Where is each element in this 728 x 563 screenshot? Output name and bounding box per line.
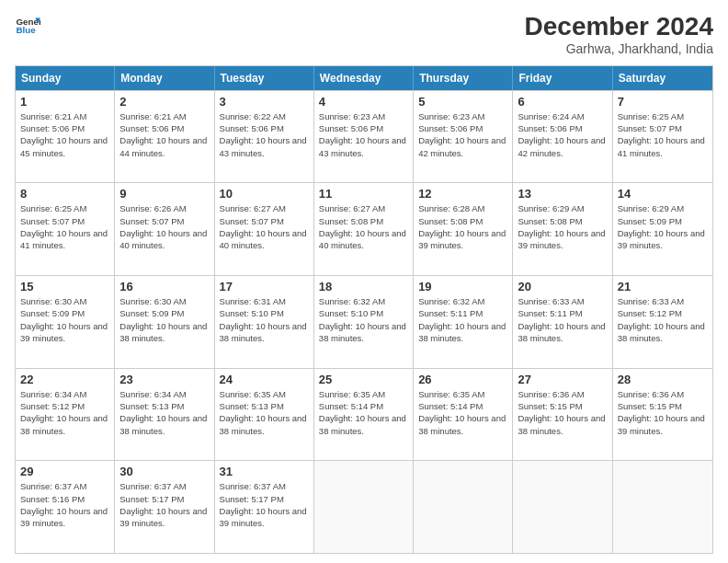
day-info: Sunrise: 6:37 AM Sunset: 5:17 PM Dayligh… xyxy=(220,480,309,529)
day-number: 1 xyxy=(20,95,109,109)
calendar-cell: 17Sunrise: 6:31 AM Sunset: 5:10 PM Dayli… xyxy=(215,276,314,368)
day-number: 3 xyxy=(220,95,309,109)
day-info: Sunrise: 6:23 AM Sunset: 5:06 PM Dayligh… xyxy=(319,110,408,159)
calendar-cell: 19Sunrise: 6:32 AM Sunset: 5:11 PM Dayli… xyxy=(414,276,513,368)
calendar: Sunday Monday Tuesday Wednesday Thursday… xyxy=(15,65,713,554)
day-number: 12 xyxy=(418,187,507,201)
calendar-week: 8Sunrise: 6:25 AM Sunset: 5:07 PM Daylig… xyxy=(16,182,712,275)
calendar-cell xyxy=(513,461,612,553)
main-title: December 2024 xyxy=(525,13,713,41)
calendar-cell: 18Sunrise: 6:32 AM Sunset: 5:10 PM Dayli… xyxy=(314,276,414,368)
day-info: Sunrise: 6:33 AM Sunset: 5:11 PM Dayligh… xyxy=(518,295,607,344)
day-info: Sunrise: 6:34 AM Sunset: 5:12 PM Dayligh… xyxy=(20,388,109,437)
day-info: Sunrise: 6:27 AM Sunset: 5:08 PM Dayligh… xyxy=(319,202,408,251)
day-number: 28 xyxy=(618,373,708,386)
header-tuesday: Tuesday xyxy=(215,66,314,90)
day-number: 26 xyxy=(418,373,507,386)
day-info: Sunrise: 6:34 AM Sunset: 5:13 PM Dayligh… xyxy=(119,388,209,437)
day-number: 8 xyxy=(20,187,109,201)
calendar-cell: 14Sunrise: 6:29 AM Sunset: 5:09 PM Dayli… xyxy=(613,183,712,275)
day-info: Sunrise: 6:35 AM Sunset: 5:14 PM Dayligh… xyxy=(319,388,408,437)
day-number: 18 xyxy=(319,280,408,293)
calendar-cell xyxy=(613,461,712,553)
calendar-cell: 11Sunrise: 6:27 AM Sunset: 5:08 PM Dayli… xyxy=(314,183,414,275)
calendar-cell: 2Sunrise: 6:21 AM Sunset: 5:06 PM Daylig… xyxy=(115,91,214,183)
day-number: 11 xyxy=(319,187,408,201)
calendar-cell: 31Sunrise: 6:37 AM Sunset: 5:17 PM Dayli… xyxy=(215,461,314,553)
calendar-cell: 28Sunrise: 6:36 AM Sunset: 5:15 PM Dayli… xyxy=(613,369,712,461)
day-number: 15 xyxy=(20,280,109,293)
calendar-cell: 24Sunrise: 6:35 AM Sunset: 5:13 PM Dayli… xyxy=(215,369,314,461)
day-info: Sunrise: 6:31 AM Sunset: 5:10 PM Dayligh… xyxy=(220,295,309,344)
day-info: Sunrise: 6:24 AM Sunset: 5:06 PM Dayligh… xyxy=(518,110,607,159)
calendar-cell: 3Sunrise: 6:22 AM Sunset: 5:06 PM Daylig… xyxy=(215,91,314,183)
day-number: 24 xyxy=(220,373,309,386)
day-number: 20 xyxy=(518,280,607,293)
logo-icon: General Blue xyxy=(15,13,40,39)
calendar-cell: 30Sunrise: 6:37 AM Sunset: 5:17 PM Dayli… xyxy=(115,461,214,553)
day-info: Sunrise: 6:32 AM Sunset: 5:10 PM Dayligh… xyxy=(319,295,408,344)
day-number: 5 xyxy=(418,95,507,109)
calendar-cell: 4Sunrise: 6:23 AM Sunset: 5:06 PM Daylig… xyxy=(314,91,414,183)
day-info: Sunrise: 6:21 AM Sunset: 5:06 PM Dayligh… xyxy=(20,110,109,159)
logo: General Blue xyxy=(15,13,40,39)
day-number: 4 xyxy=(319,95,408,109)
day-number: 7 xyxy=(618,95,708,109)
day-info: Sunrise: 6:30 AM Sunset: 5:09 PM Dayligh… xyxy=(20,295,109,344)
header-wednesday: Wednesday xyxy=(314,66,414,90)
day-number: 2 xyxy=(119,95,209,109)
calendar-cell: 23Sunrise: 6:34 AM Sunset: 5:13 PM Dayli… xyxy=(115,369,214,461)
calendar-cell: 8Sunrise: 6:25 AM Sunset: 5:07 PM Daylig… xyxy=(16,183,115,275)
day-info: Sunrise: 6:33 AM Sunset: 5:12 PM Dayligh… xyxy=(618,295,708,344)
calendar-cell: 25Sunrise: 6:35 AM Sunset: 5:14 PM Dayli… xyxy=(314,369,414,461)
day-number: 21 xyxy=(618,280,708,293)
day-number: 31 xyxy=(220,465,309,478)
day-info: Sunrise: 6:28 AM Sunset: 5:08 PM Dayligh… xyxy=(418,202,507,251)
day-number: 9 xyxy=(119,187,209,201)
day-info: Sunrise: 6:36 AM Sunset: 5:15 PM Dayligh… xyxy=(518,388,607,437)
header-friday: Friday xyxy=(513,66,612,90)
calendar-cell: 10Sunrise: 6:27 AM Sunset: 5:07 PM Dayli… xyxy=(215,183,314,275)
day-info: Sunrise: 6:36 AM Sunset: 5:15 PM Dayligh… xyxy=(618,388,708,437)
day-number: 19 xyxy=(418,280,507,293)
day-number: 13 xyxy=(518,187,607,201)
day-info: Sunrise: 6:29 AM Sunset: 5:09 PM Dayligh… xyxy=(618,202,708,251)
day-number: 29 xyxy=(20,465,109,478)
calendar-cell: 16Sunrise: 6:30 AM Sunset: 5:09 PM Dayli… xyxy=(115,276,214,368)
header: General Blue December 2024 Garhwa, Jhark… xyxy=(15,13,713,56)
header-thursday: Thursday xyxy=(414,66,513,90)
calendar-cell: 21Sunrise: 6:33 AM Sunset: 5:12 PM Dayli… xyxy=(613,276,712,368)
day-info: Sunrise: 6:27 AM Sunset: 5:07 PM Dayligh… xyxy=(220,202,309,251)
day-number: 6 xyxy=(518,95,607,109)
subtitle: Garhwa, Jharkhand, India xyxy=(525,41,713,56)
svg-text:Blue: Blue xyxy=(16,25,36,35)
calendar-cell: 27Sunrise: 6:36 AM Sunset: 5:15 PM Dayli… xyxy=(513,369,612,461)
page: General Blue December 2024 Garhwa, Jhark… xyxy=(0,0,728,563)
day-number: 10 xyxy=(220,187,309,201)
day-number: 17 xyxy=(220,280,309,293)
day-info: Sunrise: 6:35 AM Sunset: 5:13 PM Dayligh… xyxy=(220,388,309,437)
day-info: Sunrise: 6:26 AM Sunset: 5:07 PM Dayligh… xyxy=(119,202,209,251)
day-number: 16 xyxy=(119,280,209,293)
day-info: Sunrise: 6:22 AM Sunset: 5:06 PM Dayligh… xyxy=(220,110,309,159)
day-info: Sunrise: 6:30 AM Sunset: 5:09 PM Dayligh… xyxy=(119,295,209,344)
calendar-body: 1Sunrise: 6:21 AM Sunset: 5:06 PM Daylig… xyxy=(16,90,712,553)
day-info: Sunrise: 6:37 AM Sunset: 5:17 PM Dayligh… xyxy=(119,480,209,529)
day-number: 14 xyxy=(618,187,708,201)
header-monday: Monday xyxy=(115,66,214,90)
calendar-cell: 20Sunrise: 6:33 AM Sunset: 5:11 PM Dayli… xyxy=(513,276,612,368)
header-sunday: Sunday xyxy=(16,66,115,90)
day-info: Sunrise: 6:37 AM Sunset: 5:16 PM Dayligh… xyxy=(20,480,109,529)
day-number: 27 xyxy=(518,373,607,386)
calendar-header: Sunday Monday Tuesday Wednesday Thursday… xyxy=(16,66,712,90)
calendar-cell: 12Sunrise: 6:28 AM Sunset: 5:08 PM Dayli… xyxy=(414,183,513,275)
calendar-cell: 1Sunrise: 6:21 AM Sunset: 5:06 PM Daylig… xyxy=(16,91,115,183)
calendar-week: 15Sunrise: 6:30 AM Sunset: 5:09 PM Dayli… xyxy=(16,275,712,368)
day-info: Sunrise: 6:25 AM Sunset: 5:07 PM Dayligh… xyxy=(618,110,708,159)
calendar-cell xyxy=(314,461,414,553)
header-saturday: Saturday xyxy=(613,66,712,90)
calendar-week: 1Sunrise: 6:21 AM Sunset: 5:06 PM Daylig… xyxy=(16,90,712,183)
calendar-cell: 15Sunrise: 6:30 AM Sunset: 5:09 PM Dayli… xyxy=(16,276,115,368)
calendar-cell: 22Sunrise: 6:34 AM Sunset: 5:12 PM Dayli… xyxy=(16,369,115,461)
day-number: 22 xyxy=(20,373,109,386)
